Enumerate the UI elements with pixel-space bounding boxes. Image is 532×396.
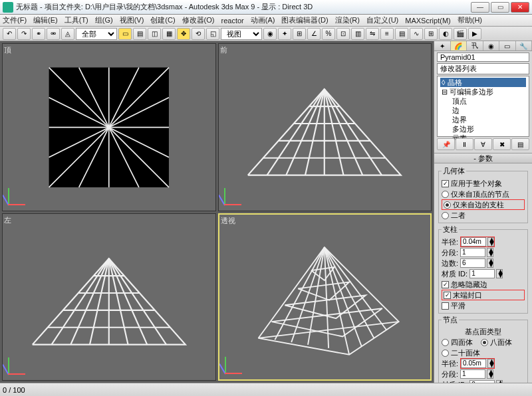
struts-matid-spinner[interactable]: ▲▼ [496,269,503,278]
quick-render-button[interactable]: ▶ [468,28,481,40]
pivot-button[interactable]: ◉ [263,28,277,40]
svg-line-33 [109,258,166,344]
joints-segs-spinner[interactable]: ▲▼ [487,369,493,379]
menu-graph[interactable]: 图表编辑器(D) [281,15,328,25]
tab-modify[interactable]: 🌈 [451,41,467,50]
select-move-button[interactable]: ✥ [177,28,190,40]
render-scene-button[interactable]: 🎬 [454,28,467,40]
menu-group[interactable]: 组(G) [95,15,113,25]
svg-line-21 [325,89,363,175]
modifier-stack[interactable]: ◊ 晶格 ⊟ 可编辑多边形 顶点 边 边界 多边形 元素 [437,76,529,137]
menu-file[interactable]: 文件(F) [3,15,27,25]
menu-maxscript[interactable]: MAXScript(M) [405,17,450,25]
tab-utilities[interactable]: 🔧 [516,41,533,50]
stack-sub-edge[interactable]: 边 [440,106,526,115]
tab-display[interactable]: ▭ [499,41,516,50]
menu-views[interactable]: 视图(V) [120,15,144,25]
stack-sub-vertex[interactable]: 顶点 [440,96,526,106]
show-end-button[interactable]: Ⅱ [456,138,473,150]
unique-button[interactable]: ∀ [474,138,492,150]
ref-coord-select[interactable]: 视图 [221,28,262,40]
select-region-button[interactable]: ◫ [148,28,161,40]
menu-modifiers[interactable]: 修改器(O) [182,15,215,25]
radio-octa[interactable] [481,339,488,346]
bind-button[interactable]: ◬ [61,28,74,40]
manipulate-button[interactable]: ✦ [278,28,291,40]
menu-reactor[interactable]: reactor [221,17,244,25]
material-button[interactable]: ◐ [439,28,452,40]
link-button[interactable]: ⚭ [32,28,45,40]
radio-vertex-only[interactable] [442,191,449,198]
menu-tools[interactable]: 工具(T) [65,15,88,25]
minimize-button[interactable]: — [471,2,489,13]
checkbox-smooth[interactable] [442,302,449,310]
undo-button[interactable]: ↶ [3,28,16,40]
stack-sub-border[interactable]: 边界 [440,115,526,124]
struts-matid-label: 材质 ID: [442,269,467,279]
radio-tetra[interactable] [442,339,449,346]
radio-edge-only[interactable] [444,201,451,209]
radio-both[interactable] [442,212,449,219]
joints-radius-field[interactable]: 0.05m [461,359,486,368]
close-button[interactable]: ✕ [511,2,529,13]
select-rotate-button[interactable]: ⟲ [192,28,205,40]
snap-button[interactable]: ⊞ [293,28,306,40]
rollout-parameters-header[interactable]: - 参数 [434,153,532,163]
viewport-top[interactable]: 顶 [2,43,216,211]
mirror-button[interactable]: ⇋ [366,28,379,40]
joints-radius-spinner[interactable]: ▲▼ [487,359,494,368]
menu-customize[interactable]: 自定义(U) [366,15,398,25]
named-sel-button[interactable]: ▥ [351,28,364,40]
object-name-field[interactable]: Pyramid01 [437,52,529,62]
align-button[interactable]: ≡ [380,28,394,40]
joints-matid-field[interactable]: 2 [469,380,495,383]
struts-matid-field[interactable]: 1 [469,269,495,278]
struts-radius-spinner[interactable]: ▲▼ [487,237,494,247]
curve-editor-button[interactable]: ∿ [410,28,423,40]
percent-snap-button[interactable]: % [322,28,335,40]
stack-sub-polygon[interactable]: 多边形 [440,124,526,134]
checkbox-apply-whole[interactable]: ✓ [442,180,449,187]
tab-hierarchy[interactable]: 卂 [467,41,483,50]
joints-matid-label: 材质 ID: [442,380,467,383]
remove-mod-button[interactable]: ✖ [493,138,511,150]
checkbox-end-caps[interactable]: ✓ [444,292,451,299]
select-scale-button[interactable]: ◱ [206,28,219,40]
viewport-front[interactable]: 前 [218,43,432,211]
tab-create[interactable]: ✦ [434,41,451,50]
basetype-label: 基点面类型 [442,327,525,337]
spinner-snap-button[interactable]: ⊡ [336,28,350,40]
struts-segs-field[interactable]: 1 [460,248,485,257]
select-button[interactable]: ▭ [118,28,132,40]
joints-segs-field[interactable]: 1 [460,369,485,379]
viewport-left[interactable]: 左 [2,213,216,381]
viewport-perspective[interactable]: 透视 [218,213,432,381]
struts-radius-field[interactable]: 0.04m [461,237,486,247]
selection-filter[interactable]: 全部 [76,28,117,40]
pin-stack-button[interactable]: 📌 [437,138,455,150]
menu-edit[interactable]: 编辑(E) [33,15,58,25]
struts-segs-spinner[interactable]: ▲▼ [487,248,493,257]
select-name-button[interactable]: ▤ [133,28,146,40]
tab-motion[interactable]: ◉ [483,41,500,50]
struts-sides-field[interactable]: 6 [460,258,485,268]
joints-matid-spinner[interactable]: ▲▼ [496,380,503,383]
angle-snap-button[interactable]: ∠ [307,28,321,40]
window-crossing-button[interactable]: ▦ [162,28,176,40]
radio-icosa[interactable] [442,349,449,357]
redo-button[interactable]: ↷ [17,28,31,40]
checkbox-ignore-hidden[interactable]: ✓ [442,281,449,288]
schematic-button[interactable]: ⊞ [424,28,438,40]
unlink-button[interactable]: ⚮ [47,28,60,40]
menu-animation[interactable]: 动画(A) [251,15,275,25]
label-edge-only: 仅来自边的支柱 [453,200,504,210]
layers-button[interactable]: ▤ [395,28,408,40]
menu-create[interactable]: 创建(C) [150,15,175,25]
struts-sides-spinner[interactable]: ▲▼ [487,258,493,268]
svg-line-18 [305,89,325,175]
menu-render[interactable]: 渲染(R) [335,15,360,25]
maximize-button[interactable]: ▭ [491,2,509,13]
modifier-list-dropdown[interactable]: 修改器列表 [437,63,529,74]
menu-help[interactable]: 帮助(H) [458,15,482,25]
configure-button[interactable]: ▤ [511,138,529,150]
